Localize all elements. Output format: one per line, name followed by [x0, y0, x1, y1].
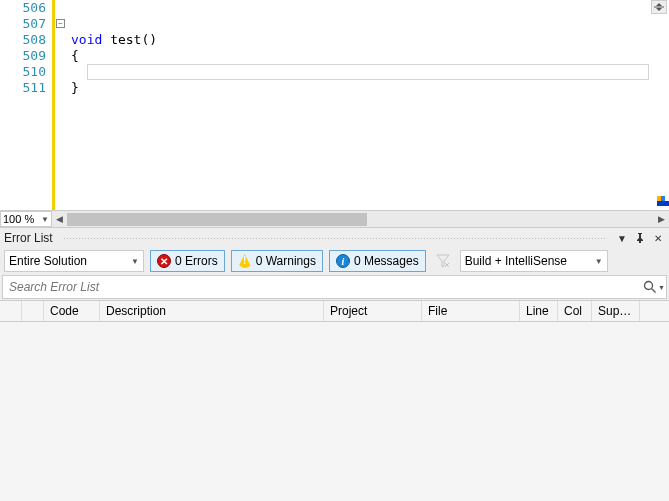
messages-count: 0 Messages	[354, 254, 419, 268]
col-suppression[interactable]: Supp...	[592, 301, 640, 321]
clear-filter-icon[interactable]	[432, 250, 454, 272]
warnings-count: 0 Warnings	[256, 254, 316, 268]
warnings-filter-button[interactable]: ! 0 Warnings	[231, 250, 323, 272]
line-number-gutter: 506 507 508 509 510 511	[0, 0, 52, 210]
editor-status-bar: 100 % ▼ ◀ ▶	[0, 210, 669, 227]
col-code[interactable]: Code	[44, 301, 100, 321]
code-editor: 506 507 508 509 510 511 − void test() { …	[0, 0, 669, 227]
outline-column[interactable]: −	[55, 0, 69, 210]
warning-icon: !	[238, 254, 252, 268]
col-col[interactable]: Col	[558, 301, 592, 321]
scroll-left-icon[interactable]: ◀	[52, 212, 67, 227]
col-description[interactable]: Description	[100, 301, 324, 321]
current-line-highlight	[87, 64, 649, 80]
scroll-thumb[interactable]	[67, 213, 367, 226]
error-icon: ✕	[157, 254, 171, 268]
grid-header: Code Description Project File Line Col S…	[0, 300, 669, 322]
zoom-dropdown[interactable]: 100 % ▼	[0, 211, 52, 227]
zoom-value: 100 %	[3, 213, 34, 225]
col-toggle[interactable]	[22, 301, 44, 321]
error-list-toolbar: Entire Solution ▼ ✕ 0 Errors ! 0 Warning…	[0, 248, 669, 274]
grid-body[interactable]	[0, 322, 669, 501]
code-pane[interactable]: 506 507 508 509 510 511 − void test() { …	[0, 0, 669, 210]
messages-filter-button[interactable]: i 0 Messages	[329, 250, 426, 272]
panel-title-label: Error List	[4, 231, 53, 245]
panel-menu-icon[interactable]: ▼	[615, 231, 629, 245]
info-icon: i	[336, 254, 350, 268]
scope-label: Entire Solution	[9, 254, 87, 268]
col-file[interactable]: File	[422, 301, 520, 321]
code-text[interactable]: void test() { }	[69, 0, 669, 210]
error-list-panel: Error List ▼ ✕ Entire Solution ▼ ✕ 0 Err…	[0, 227, 669, 501]
search-input[interactable]	[3, 280, 642, 294]
chevron-down-icon: ▼	[595, 257, 603, 266]
build-filter-dropdown[interactable]: Build + IntelliSense ▼	[460, 250, 608, 272]
errors-filter-button[interactable]: ✕ 0 Errors	[150, 250, 225, 272]
search-icon[interactable]: ▼	[642, 280, 666, 294]
scroll-right-icon[interactable]: ▶	[654, 212, 669, 227]
col-line[interactable]: Line	[520, 301, 558, 321]
chevron-down-icon: ▼	[131, 257, 139, 266]
build-filter-label: Build + IntelliSense	[465, 254, 567, 268]
col-spacer	[640, 301, 669, 321]
horizontal-scrollbar[interactable]: ◀ ▶	[52, 211, 669, 227]
search-bar: ▼	[2, 275, 667, 299]
panel-titlebar[interactable]: Error List ▼ ✕	[0, 228, 669, 248]
errors-count: 0 Errors	[175, 254, 218, 268]
col-severity[interactable]	[0, 301, 22, 321]
grip-dots-icon	[63, 237, 605, 240]
col-project[interactable]: Project	[324, 301, 422, 321]
chevron-down-icon: ▼	[41, 215, 49, 224]
svg-point-1	[645, 282, 653, 290]
pin-icon[interactable]	[633, 231, 647, 245]
collapse-toggle-icon[interactable]: −	[56, 19, 65, 28]
scope-dropdown[interactable]: Entire Solution ▼	[4, 250, 144, 272]
close-icon[interactable]: ✕	[651, 231, 665, 245]
scroll-track[interactable]	[67, 212, 654, 227]
